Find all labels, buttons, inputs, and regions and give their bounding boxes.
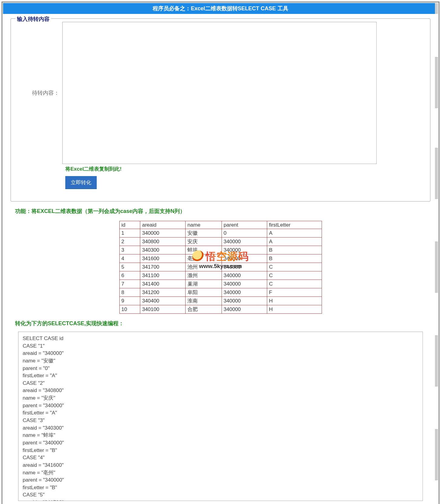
input-hint: 将Excel二维表复制到此! [65,165,424,172]
table-cell: 阜阳 [186,288,222,297]
table-header-cell: areaid [140,221,186,229]
table-header-cell: id [119,221,140,229]
scrollbar-shadow [435,148,438,199]
table-row: 3340300蚌埠340000B [119,246,322,254]
input-fieldset: 输入待转内容 待转内容： 将Excel二维表复制到此! 立即转化 [11,18,430,201]
table-row: 4341600亳州340000B [119,254,322,263]
table-row: 6341100滁州340000C [119,271,322,280]
table-header-cell: firstLetter [267,221,322,229]
table-cell: 340000 [222,246,267,254]
table-cell: 340000 [222,305,267,314]
table-cell: A [267,229,322,237]
table-cell: 池州 [186,263,222,271]
table-cell: 341600 [140,254,186,263]
table-cell: 340000 [222,271,267,280]
table-cell: 340400 [140,297,186,305]
table-cell: 8 [119,288,140,297]
table-cell: 341700 [140,263,186,271]
page-title-bar: 程序员必备之：Excel二维表数据转SELECT CASE 工具 [3,3,438,14]
table-cell: 340000 [222,288,267,297]
table-row: 5341700池州340000C [119,263,322,271]
table-row: 2340800安庆340000A [119,237,322,246]
table-cell: C [267,280,322,288]
table-row: 8341200阜阳340000F [119,288,322,297]
table-cell: C [267,263,322,271]
table-cell: 340000 [222,254,267,263]
table-cell: 滁州 [186,271,222,280]
table-cell: H [267,305,322,314]
table-cell: 340800 [140,237,186,246]
table-cell: 安庆 [186,237,222,246]
table-cell: 341400 [140,280,186,288]
table-cell: C [267,271,322,280]
table-row: 7341400巢湖340000C [119,280,322,288]
table-cell: 巢湖 [186,280,222,288]
scrollbar-shadow [435,3,438,14]
table-cell: 2 [119,237,140,246]
page-title: 程序员必备之：Excel二维表数据转SELECT CASE 工具 [153,5,288,11]
content-textarea[interactable] [62,22,377,164]
fieldset-legend: 输入待转内容 [15,15,51,23]
section-function-label: 功能：将EXCEL二维表数据（第一列会成为case内容，后面支持N列） [15,208,426,215]
table-header-cell: parent [222,221,267,229]
example-table: idareaidnameparentfirstLetter1340000安徽0A… [119,221,322,314]
table-row: 10340100合肥340000H [119,305,322,314]
table-cell: 亳州 [186,254,222,263]
table-cell: A [267,237,322,246]
table-cell: B [267,246,322,254]
table-cell: B [267,254,322,263]
output-textarea[interactable]: SELECT CASE id CASE "1" areaid = "340000… [18,332,423,501]
section-output-label: 转化为下方的SELECTCASE,实现快速编程： [15,320,426,327]
table-cell: 7 [119,280,140,288]
table-header-cell: name [186,221,222,229]
table-cell: 340300 [140,246,186,254]
table-cell: 340000 [222,263,267,271]
table-cell: 蚌埠 [186,246,222,254]
table-cell: 安徽 [186,229,222,237]
table-cell: 10 [119,305,140,314]
table-row: 1340000安徽0A [119,229,322,237]
scrollbar-shadow [435,429,438,480]
table-cell: 6 [119,271,140,280]
table-cell: 5 [119,263,140,271]
table-cell: F [267,288,322,297]
table-row: 9340400淮南340000H [119,297,322,305]
table-cell: 340000 [222,297,267,305]
table-cell: H [267,297,322,305]
table-cell: 340100 [140,305,186,314]
table-cell: 0 [222,229,267,237]
table-cell: 341200 [140,288,186,297]
table-cell: 淮南 [186,297,222,305]
table-cell: 1 [119,229,140,237]
scrollbar-shadow [435,57,438,108]
input-label: 待转内容： [17,89,62,97]
convert-button[interactable]: 立即转化 [65,176,97,189]
table-cell: 3 [119,246,140,254]
table-cell: 4 [119,254,140,263]
table-cell: 9 [119,297,140,305]
table-cell: 340000 [222,237,267,246]
table-cell: 340000 [140,229,186,237]
table-cell: 340000 [222,280,267,288]
table-cell: 合肥 [186,305,222,314]
table-cell: 341100 [140,271,186,280]
scrollbar-shadow [435,335,438,387]
